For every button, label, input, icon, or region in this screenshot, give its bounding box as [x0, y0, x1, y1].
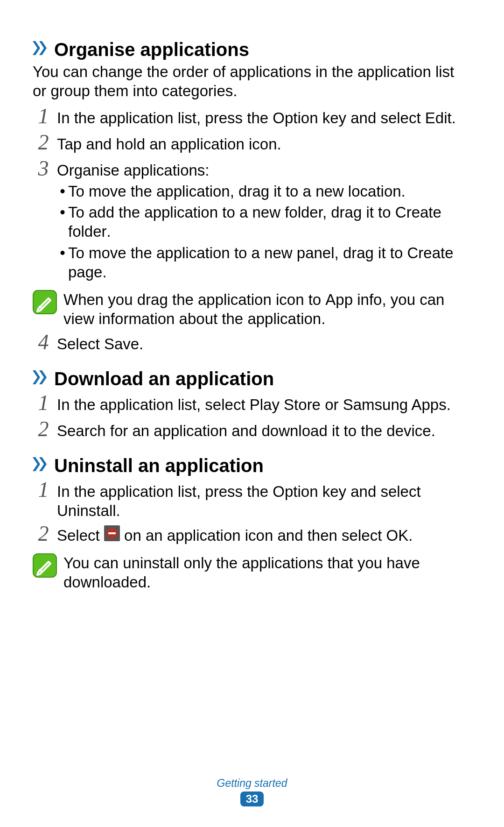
page-number-badge: 33 [240, 792, 264, 806]
svg-marker-4 [39, 370, 47, 384]
svg-marker-3 [33, 370, 40, 384]
step-body: In the application list, select Play Sto… [57, 394, 451, 414]
page-footer: Getting started 33 [0, 777, 504, 806]
svg-marker-1 [39, 41, 47, 55]
step-number: 1 [33, 392, 54, 414]
step-1: 1 In the application list, press the Opt… [33, 107, 471, 129]
step-number: 4 [33, 332, 54, 353]
step-body: Select Save. [57, 333, 143, 353]
heading-organise: Organise applications [33, 39, 471, 60]
bullet-text: To move the application to a new panel, … [68, 243, 471, 282]
bullet-list: • To move the application, drag it to a … [57, 182, 471, 282]
note-icon [33, 553, 57, 580]
svg-marker-0 [33, 41, 40, 55]
step-body: Select on an application icon and then s… [57, 525, 413, 547]
note-text: You can uninstall only the applications … [63, 553, 471, 592]
heading-chevrons-icon [33, 370, 49, 384]
bullet-dot-icon: • [57, 182, 68, 201]
step-intro: Organise applications: [57, 161, 471, 180]
heading-text: Uninstall an application [54, 455, 264, 476]
svg-marker-6 [39, 457, 47, 471]
bullet-text: To add the application to a new folder, … [68, 203, 471, 241]
step-number: 2 [33, 418, 54, 440]
footer-section-name: Getting started [0, 777, 504, 790]
step-3: 3 Organise applications: • To move the a… [33, 160, 471, 284]
step-body: In the application list, press the Optio… [57, 107, 456, 127]
step-4: 4 Select Save. [33, 333, 471, 355]
bullet-text: To move the application, drag it to a ne… [68, 182, 471, 201]
step-body: In the application list, press the Optio… [57, 481, 471, 521]
step-body: Organise applications: • To move the app… [57, 160, 471, 284]
bullet-item: • To add the application to a new folder… [57, 203, 471, 241]
bullet-dot-icon: • [57, 203, 68, 222]
step-body: Search for an application and download i… [57, 420, 435, 440]
heading-text: Download an application [54, 368, 274, 389]
svg-marker-5 [33, 457, 40, 471]
step-2: 2 Search for an application and download… [33, 420, 471, 442]
bullet-item: • To move the application, drag it to a … [57, 182, 471, 201]
step-1: 1 In the application list, press the Opt… [33, 481, 471, 521]
heading-uninstall: Uninstall an application [33, 455, 471, 476]
intro-text: You can change the order of applications… [33, 62, 471, 101]
step-2: 2 Select on an application icon and then… [33, 525, 471, 547]
heading-chevrons-icon [33, 41, 49, 55]
heading-text: Organise applications [54, 39, 249, 60]
bullet-item: • To move the application to a new panel… [57, 243, 471, 282]
step-1: 1 In the application list, select Play S… [33, 394, 471, 416]
manual-page: Organise applications You can change the… [0, 0, 504, 827]
step-number: 1 [33, 479, 54, 501]
remove-badge-icon [104, 525, 120, 545]
heading-download: Download an application [33, 368, 471, 389]
step-number: 3 [33, 158, 54, 179]
step-number: 2 [33, 132, 54, 153]
heading-chevrons-icon [33, 457, 49, 471]
note-icon [33, 290, 57, 316]
step-number: 2 [33, 523, 54, 544]
note-block: You can uninstall only the applications … [33, 553, 471, 592]
step-number: 1 [33, 106, 54, 127]
note-text: When you drag the application icon to Ap… [63, 290, 471, 329]
bullet-dot-icon: • [57, 243, 68, 262]
step-2: 2 Tap and hold an application icon. [33, 134, 471, 155]
svg-rect-9 [108, 532, 116, 534]
note-block: When you drag the application icon to Ap… [33, 290, 471, 329]
step-body: Tap and hold an application icon. [57, 134, 281, 154]
